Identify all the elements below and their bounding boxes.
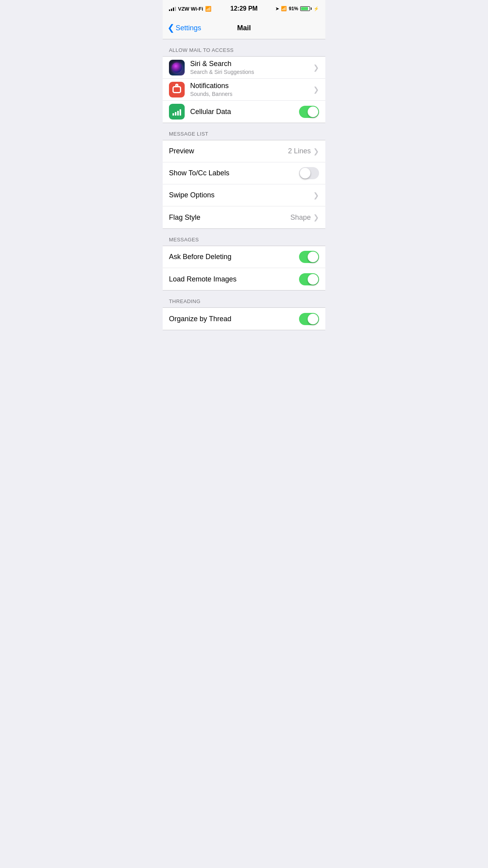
message-list-group: Preview 2 Lines ❯ Show To/Cc Labels Swip…	[163, 140, 325, 229]
load-remote-images-toggle-knob	[308, 274, 318, 285]
allow-mail-group: Siri & Search Search & Siri Suggestions …	[163, 56, 325, 123]
preview-item[interactable]: Preview 2 Lines ❯	[163, 140, 325, 162]
carrier-label: VZW Wi-Fi	[178, 6, 203, 12]
cellular-content: Cellular Data	[190, 108, 299, 116]
nav-bar: ❮ Settings Mail	[163, 17, 325, 39]
load-remote-images-toggle[interactable]	[299, 273, 319, 285]
status-right: ➤ 📶 91% ⚡	[275, 6, 319, 11]
cellular-title: Cellular Data	[190, 108, 299, 116]
signal-bar-1	[169, 9, 170, 11]
flag-style-chevron-icon: ❯	[313, 213, 319, 222]
preview-chevron-icon: ❯	[313, 147, 319, 156]
siri-search-item[interactable]: Siri & Search Search & Siri Suggestions …	[163, 57, 325, 79]
ask-before-deleting-toggle[interactable]	[299, 251, 319, 263]
notifications-subtitle: Sounds, Banners	[190, 91, 313, 97]
siri-search-title: Siri & Search	[190, 60, 313, 68]
signal-bars	[169, 6, 176, 11]
bottom-spacer	[163, 330, 325, 337]
swipe-options-title: Swipe Options	[169, 191, 215, 199]
notifications-right: ❯	[313, 85, 319, 94]
bluetooth-icon: 📶	[281, 6, 287, 11]
siri-search-chevron-icon: ❯	[313, 63, 319, 72]
messages-group: Ask Before Deleting Load Remote Images	[163, 246, 325, 291]
ask-before-deleting-item[interactable]: Ask Before Deleting	[163, 246, 325, 268]
load-remote-images-right	[299, 273, 319, 285]
back-chevron-icon: ❮	[167, 24, 174, 32]
show-tocc-item[interactable]: Show To/Cc Labels	[163, 162, 325, 184]
flag-style-value: Shape	[290, 213, 311, 222]
status-time: 12:29 PM	[230, 5, 257, 12]
siri-search-content: Siri & Search Search & Siri Suggestions	[190, 60, 313, 75]
wifi-icon: 📶	[205, 6, 211, 12]
show-tocc-toggle[interactable]	[299, 167, 319, 179]
notifications-chevron-icon: ❯	[313, 85, 319, 94]
cellular-toggle[interactable]	[299, 106, 319, 118]
ask-before-deleting-right	[299, 251, 319, 263]
swipe-options-item[interactable]: Swipe Options ❯	[163, 184, 325, 206]
siri-search-subtitle: Search & Siri Suggestions	[190, 69, 313, 75]
siri-search-right: ❯	[313, 63, 319, 72]
preview-right: 2 Lines ❯	[288, 147, 319, 156]
cellular-data-item[interactable]: Cellular Data	[163, 101, 325, 123]
load-remote-images-item[interactable]: Load Remote Images	[163, 268, 325, 290]
load-remote-images-title: Load Remote Images	[169, 275, 237, 283]
notifications-title: Notifications	[190, 82, 313, 90]
section-header-threading: THREADING	[163, 291, 325, 307]
battery-percentage: 91%	[289, 6, 298, 11]
location-icon: ➤	[275, 6, 279, 11]
preview-title: Preview	[169, 147, 194, 155]
notifications-item[interactable]: Notifications Sounds, Banners ❯	[163, 79, 325, 101]
organize-by-thread-right	[299, 313, 319, 325]
preview-value: 2 Lines	[288, 147, 311, 155]
signal-bar-3	[173, 7, 174, 11]
cellular-right	[299, 106, 319, 118]
page-title: Mail	[237, 24, 251, 32]
organize-by-thread-toggle[interactable]	[299, 313, 319, 325]
flag-style-title: Flag Style	[169, 213, 200, 222]
organize-by-thread-toggle-knob	[308, 314, 318, 324]
ask-before-deleting-title: Ask Before Deleting	[169, 253, 231, 261]
charging-icon: ⚡	[314, 6, 319, 11]
status-bar: VZW Wi-Fi 📶 12:29 PM ➤ 📶 91% ⚡	[163, 0, 325, 17]
section-header-messages: MESSAGES	[163, 229, 325, 246]
ask-before-deleting-toggle-knob	[308, 252, 318, 262]
show-tocc-right	[299, 167, 319, 179]
flag-style-right: Shape ❯	[290, 213, 319, 222]
swipe-options-chevron-icon: ❯	[313, 191, 319, 200]
section-header-allow-mail: ALLOW MAIL TO ACCESS	[163, 39, 325, 56]
organize-by-thread-title: Organize by Thread	[169, 315, 231, 323]
section-header-message-list: MESSAGE LIST	[163, 123, 325, 140]
cellular-toggle-knob	[308, 107, 318, 117]
notifications-app-icon	[169, 82, 185, 97]
swipe-options-right: ❯	[313, 191, 319, 200]
status-left: VZW Wi-Fi 📶	[169, 6, 211, 12]
cellular-signal-icon	[172, 108, 181, 116]
siri-orb	[172, 63, 182, 73]
back-label: Settings	[176, 24, 201, 32]
back-button[interactable]: ❮ Settings	[167, 24, 201, 32]
show-tocc-toggle-knob	[300, 168, 310, 178]
signal-bar-4	[175, 7, 176, 11]
show-tocc-title: Show To/Cc Labels	[169, 169, 229, 177]
siri-icon	[169, 60, 185, 75]
battery-indicator	[300, 6, 312, 11]
organize-by-thread-item[interactable]: Organize by Thread	[163, 308, 325, 330]
cellular-app-icon	[169, 104, 185, 120]
signal-bar-2	[171, 9, 172, 11]
flag-style-item[interactable]: Flag Style Shape ❯	[163, 206, 325, 228]
notifications-content: Notifications Sounds, Banners	[190, 82, 313, 97]
threading-group: Organize by Thread	[163, 307, 325, 330]
